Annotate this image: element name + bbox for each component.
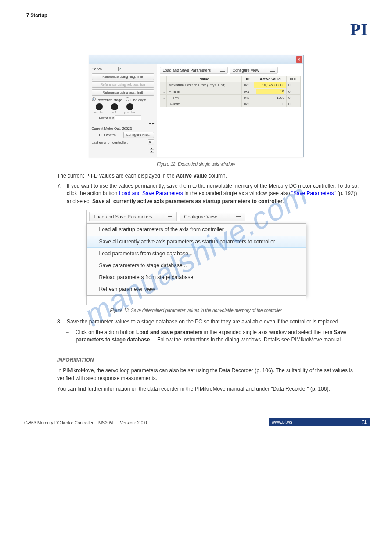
cell-value[interactable]: 16,145833330 — [254, 82, 286, 88]
menu-item[interactable]: Load all startup parameters of the axis … — [87, 224, 306, 236]
radio-reference-stage-label: Reference stage — [97, 98, 122, 102]
link-load-save[interactable]: Load and Save Parameters — [119, 190, 183, 196]
body-paragraph: The current P-I-D values are each displa… — [57, 172, 361, 180]
col-name: Name — [167, 76, 242, 82]
radio-reference-stage[interactable] — [92, 97, 96, 101]
right-panel: Load and Save Parameters Configure View … — [157, 64, 303, 157]
bullet-text: Click on the action button Load and save… — [76, 329, 361, 344]
cell-name: D-Term — [167, 101, 242, 107]
radio-find-edge[interactable] — [126, 97, 129, 101]
ref-indicator — [111, 103, 118, 110]
configure-view-button[interactable]: Configure View — [180, 212, 245, 221]
last-error-label: Last error on controller: — [92, 141, 128, 145]
table-row: ... D-Term 0x3 0 0 — [160, 101, 300, 107]
cell-name: I-Term — [167, 95, 242, 101]
table-row: ... Maximum Position Error (Phys. Unit) … — [160, 82, 300, 88]
neg-limit-label: neg. lim. — [94, 111, 105, 114]
bottom-bar — [86, 296, 306, 305]
row-menu-icon[interactable]: ... — [160, 101, 167, 107]
configure-view-label: Configure View — [233, 67, 259, 73]
row-menu-icon[interactable]: ... — [160, 88, 167, 95]
parameter-table: Name ID Active Value CCL ... Maximum Pos… — [160, 76, 301, 107]
step-text: If you want to use the values permanentl… — [67, 182, 361, 205]
link-save-parameters[interactable]: "Save Parameters" — [291, 190, 336, 196]
stepper-down[interactable]: ▾ — [150, 150, 154, 153]
ref-pos-button[interactable]: Reference using pos. limit — [92, 89, 154, 96]
menu-item[interactable]: Save parameters to stage database... — [87, 260, 306, 272]
figure-caption: Figure 12: Expanded single axis window — [22, 162, 370, 167]
close-icon[interactable]: ✕ — [296, 56, 302, 63]
last-error-x-button[interactable]: ✕ — [148, 139, 154, 145]
radio-find-edge-label: Find edge — [130, 98, 146, 102]
menu-item[interactable]: Load parameters from stage database... — [87, 248, 306, 260]
servo-label: Servo — [92, 67, 118, 71]
hamburger-icon — [168, 215, 172, 218]
cell-id: 0x1 — [242, 88, 254, 95]
load-save-button[interactable]: Load and Save Parameters — [160, 67, 228, 74]
single-axis-window: ✕ Servo Reference using neg. limit Refer… — [89, 55, 304, 157]
cell-id: 0x3 — [242, 101, 254, 107]
ref-ref-button: Reference using ref. position — [92, 81, 154, 88]
section-heading: 7 Startup — [26, 12, 47, 18]
row-menu-icon[interactable]: ... — [160, 95, 167, 101]
pos-limit-indicator — [126, 103, 133, 110]
row-menu-icon[interactable]: ... — [160, 82, 167, 88]
step-text: Save the parameter values to a stage dat… — [67, 318, 361, 326]
configure-view-button[interactable]: Configure View — [230, 67, 278, 74]
information-heading: INFORMATION — [57, 356, 361, 364]
load-save-label: Load and Save Parameters — [94, 212, 153, 221]
info-paragraph: You can find further information on the … — [57, 385, 361, 393]
cell-id: 0x2 — [242, 95, 254, 101]
hid-label: HID control — [99, 133, 117, 137]
bullet-marker: − — [66, 329, 76, 344]
window-titlebar: ✕ — [89, 55, 303, 64]
cell-ccl: 0 — [286, 95, 300, 101]
cell-name: Maximum Position Error (Phys. Unit) — [167, 82, 242, 88]
cell-ccl: 0 — [286, 101, 300, 107]
cell-name: P-Term — [167, 88, 242, 95]
footer-right: www.pi.ws 71 — [269, 418, 370, 426]
current-motor-out-value: 26523 — [122, 127, 132, 131]
step-number: 7. — [57, 182, 67, 205]
load-save-dropdown: Load and Save Parameters Configure View … — [86, 210, 306, 305]
neg-limit-indicator — [96, 103, 103, 110]
col-ccl: CCL — [286, 76, 300, 82]
cell-ccl: 0 — [286, 88, 300, 95]
cell-value[interactable]: 1000 — [254, 95, 286, 101]
hid-checkbox[interactable] — [92, 133, 96, 137]
pi-logo: PI — [350, 20, 368, 39]
menu-item[interactable]: Save all currently active axis parameter… — [87, 236, 306, 248]
hamburger-icon — [270, 69, 275, 72]
page-number: 71 — [362, 418, 370, 426]
table-row: ... P-Term 0x1 10 0 — [160, 88, 300, 95]
motor-out-value — [115, 115, 141, 120]
menu-item[interactable]: Reload parameters from stage database — [87, 272, 306, 283]
load-save-button[interactable]: Load and Save Parameters — [89, 212, 177, 221]
servo-checkbox[interactable] — [118, 67, 122, 71]
left-panel: Servo Reference using neg. limit Referen… — [89, 64, 157, 157]
hamburger-icon — [236, 215, 241, 218]
motor-out-checkbox[interactable] — [92, 116, 96, 120]
configure-hid-button[interactable]: Configure HID... — [123, 132, 154, 138]
dropdown-menu: Load all startup parameters of the axis … — [86, 223, 306, 296]
cell-value-input[interactable]: 10 — [256, 89, 284, 94]
configure-view-label: Configure View — [184, 212, 217, 221]
pos-limit-label: pos. lim. — [124, 111, 136, 114]
motor-out-label: Motor out — [99, 116, 114, 120]
step-number: 8. — [57, 318, 67, 326]
cell-value[interactable]: 0 — [254, 101, 286, 107]
load-save-label: Load and Save Parameters — [163, 67, 211, 73]
menu-item[interactable]: Refresh parameter view — [87, 283, 306, 295]
ref-neg-button[interactable]: Reference using neg. limit — [92, 73, 154, 80]
info-paragraph: In PIMikroMove, the servo loop parameter… — [57, 366, 361, 382]
cell-ccl: 0 — [286, 82, 300, 88]
cell-id: 0x8 — [242, 82, 254, 88]
ref-label: ref. — [112, 111, 117, 114]
hamburger-icon — [220, 69, 225, 72]
col-active: Active Value — [254, 76, 286, 82]
footer-left: C-863 Mercury DC Motor Controller MS205E… — [24, 421, 147, 425]
figure-caption: Figure 13: Save determined parameter val… — [22, 308, 370, 313]
table-row: ... I-Term 0x2 1000 0 — [160, 95, 300, 101]
stepper-up[interactable]: ▴ — [150, 147, 154, 150]
current-motor-out-label: Current Motor Out: — [92, 127, 121, 131]
